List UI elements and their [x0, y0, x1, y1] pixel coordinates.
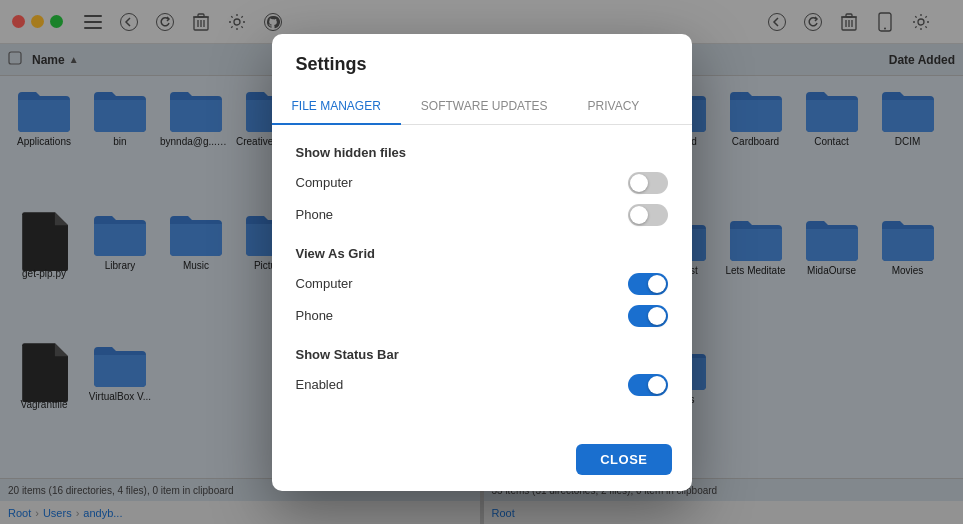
tab-privacy[interactable]: PRIVACY [568, 89, 660, 125]
toggle-knob [648, 275, 666, 293]
view-grid-computer-row: Computer [296, 273, 668, 295]
hidden-files-computer-row: Computer [296, 172, 668, 194]
view-grid-computer-toggle[interactable] [628, 273, 668, 295]
modal-overlay[interactable]: Settings FILE MANAGER SOFTWARE UPDATES P… [0, 0, 963, 524]
toggle-knob [648, 307, 666, 325]
toggle-knob [630, 174, 648, 192]
close-modal-button[interactable]: CLOSE [576, 444, 671, 475]
view-grid-computer-label: Computer [296, 276, 353, 291]
hidden-files-computer-label: Computer [296, 175, 353, 190]
modal-title: Settings [272, 34, 692, 75]
status-bar-enabled-toggle[interactable] [628, 374, 668, 396]
toggle-knob [630, 206, 648, 224]
section-view-as-grid-title: View As Grid [296, 246, 668, 261]
hidden-files-phone-toggle[interactable] [628, 204, 668, 226]
tab-software-updates[interactable]: SOFTWARE UPDATES [401, 89, 568, 125]
modal-footer: CLOSE [272, 436, 692, 491]
hidden-files-phone-label: Phone [296, 207, 334, 222]
settings-modal: Settings FILE MANAGER SOFTWARE UPDATES P… [272, 34, 692, 491]
section-status-bar-title: Show Status Bar [296, 347, 668, 362]
modal-body: Show hidden files Computer Phone View As… [272, 125, 692, 436]
section-hidden-files-title: Show hidden files [296, 145, 668, 160]
section-hidden-files: Show hidden files Computer Phone [296, 145, 668, 226]
view-grid-phone-label: Phone [296, 308, 334, 323]
status-bar-enabled-label: Enabled [296, 377, 344, 392]
section-status-bar: Show Status Bar Enabled [296, 347, 668, 396]
hidden-files-computer-toggle[interactable] [628, 172, 668, 194]
hidden-files-phone-row: Phone [296, 204, 668, 226]
section-view-as-grid: View As Grid Computer Phone [296, 246, 668, 327]
toggle-knob [648, 376, 666, 394]
view-grid-phone-toggle[interactable] [628, 305, 668, 327]
modal-tabs: FILE MANAGER SOFTWARE UPDATES PRIVACY [272, 89, 692, 125]
tab-file-manager[interactable]: FILE MANAGER [272, 89, 401, 125]
view-grid-phone-row: Phone [296, 305, 668, 327]
status-bar-enabled-row: Enabled [296, 374, 668, 396]
